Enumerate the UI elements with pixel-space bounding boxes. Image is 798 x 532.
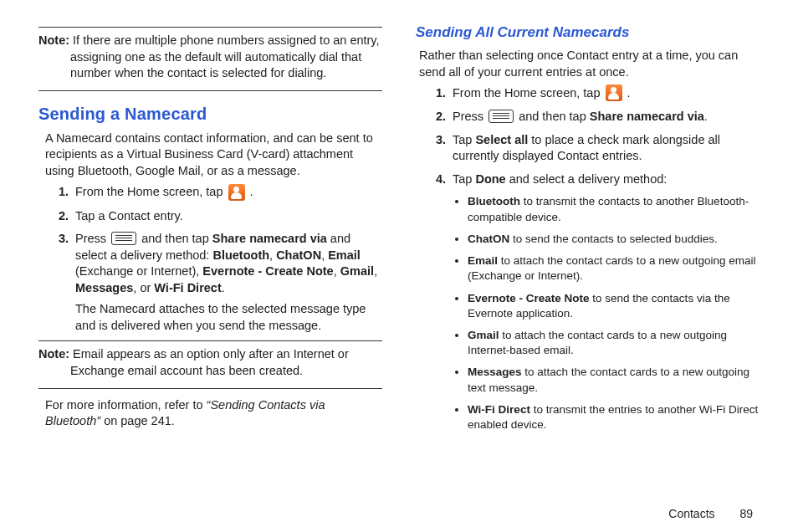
page-footer: Contacts 89 [668, 507, 753, 520]
step-3: Tap Select all to place a check mark alo… [449, 132, 760, 165]
note-email-option: Note: Email appears as an option only af… [38, 346, 382, 379]
heading-sending-namecard: Sending a Namecard [38, 103, 382, 125]
step-1: From the Home screen, tap . [449, 85, 760, 102]
bullet-chaton: ChatON to send the contacts to selected … [468, 232, 760, 247]
bullet-messages: Messages to attach the contact cards to … [468, 365, 760, 395]
contacts-icon [228, 184, 245, 201]
bullet-gmail: Gmail to attach the contact cards to a n… [468, 328, 760, 358]
rule [38, 388, 382, 389]
rule [38, 340, 382, 341]
delivery-methods-list: Bluetooth to transmit the contacts to an… [453, 194, 760, 432]
rule [38, 90, 382, 91]
step-4: Tap Done and select a delivery method: [449, 171, 760, 188]
menu-icon [111, 232, 136, 245]
step-2: Tap a Contact entry. [72, 208, 382, 225]
step-2: Press and then tap Share namecard via. [449, 109, 760, 125]
bullet-bluetooth: Bluetooth to transmit the contacts to an… [468, 194, 760, 224]
footer-section: Contacts [668, 507, 714, 520]
note-text: If there are multiple phone numbers assi… [70, 33, 380, 79]
cross-reference: For more information, refer to “Sending … [45, 397, 382, 430]
step-1: From the Home screen, tap . [72, 184, 382, 201]
bullet-evernote: Evernote - Create Note to send the conta… [468, 291, 760, 321]
heading-sending-all: Sending All Current Namecards [416, 23, 760, 43]
steps-list: From the Home screen, tap . Press and th… [431, 85, 760, 187]
rule [38, 27, 382, 28]
note-label: Note: [38, 33, 69, 47]
contacts-icon [606, 84, 622, 101]
step-3: Press and then tap Share namecard via an… [72, 231, 382, 334]
menu-icon [489, 110, 514, 123]
bullet-email: Email to attach the contact cards to a n… [468, 253, 760, 284]
intro-text: A Namecard contains contact information,… [45, 130, 382, 180]
note-default-number: Note: If there are multiple phone number… [38, 33, 382, 82]
bullet-wifi-direct: Wi-Fi Direct to transmit the entries to … [468, 402, 760, 432]
left-column: Note: If there are multiple phone number… [38, 23, 382, 439]
footer-page-number: 89 [739, 507, 753, 520]
step-3-followup: The Namecard attaches to the selected me… [75, 301, 382, 334]
note-text: Email appears as an option only after an… [70, 347, 349, 377]
steps-list: From the Home screen, tap . Tap a Contac… [54, 184, 382, 334]
page: Note: If there are multiple phone number… [0, 0, 798, 448]
right-column: Sending All Current Namecards Rather tha… [416, 23, 760, 439]
note-label: Note: [38, 347, 69, 361]
intro-text: Rather than selecting once Contact entry… [419, 48, 760, 80]
